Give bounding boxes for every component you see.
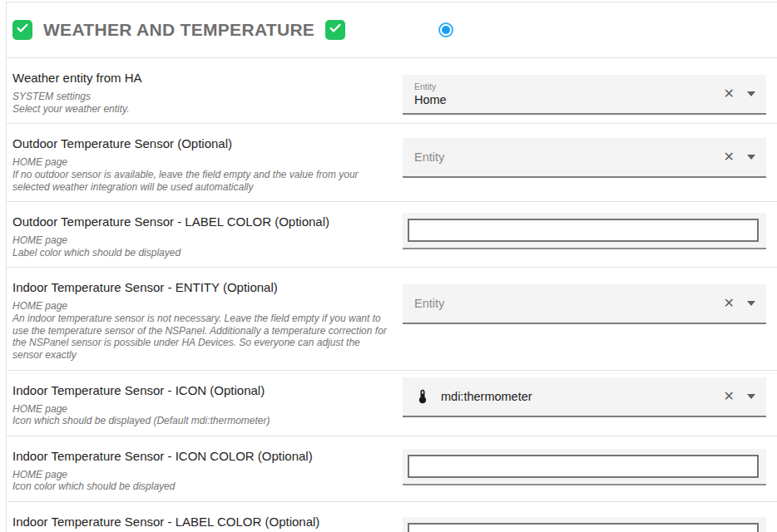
section-title: WEATHER AND TEMPERATURE	[43, 20, 314, 40]
settings-row-outdoor-temp-entity: Outdoor Temperature Sensor (Optional) HO…	[7, 124, 777, 202]
select-value: Home	[414, 93, 724, 106]
setting-context: HOME page	[12, 403, 391, 416]
weather-entity-select[interactable]: Entity Home ✕	[403, 75, 766, 115]
setting-title: Outdoor Temperature Sensor (Optional)	[12, 136, 391, 150]
chevron-down-icon[interactable]	[747, 91, 755, 96]
clear-icon[interactable]: ✕	[724, 297, 735, 310]
setting-context: HOME page	[12, 156, 391, 169]
settings-row-indoor-label-color: Indoor Temperature Sensor - LABEL COLOR …	[7, 502, 777, 532]
setting-text: Indoor Temperature Sensor - ICON COLOR (…	[7, 436, 403, 501]
settings-row-indoor-icon-color: Indoor Temperature Sensor - ICON COLOR (…	[7, 436, 777, 502]
clear-icon[interactable]: ✕	[724, 87, 735, 101]
section-secondary-checkbox[interactable]	[325, 20, 345, 40]
setting-title: Indoor Temperature Sensor - ICON (Option…	[12, 383, 391, 397]
outdoor-label-color-input[interactable]	[408, 219, 759, 242]
check-icon	[329, 22, 342, 38]
chevron-down-icon[interactable]	[747, 155, 755, 160]
chevron-down-icon[interactable]	[747, 301, 755, 306]
indoor-icon-color-input[interactable]	[408, 455, 759, 478]
radio-selected-dot	[442, 26, 450, 34]
input-container	[403, 213, 766, 249]
setting-title: Indoor Temperature Sensor - ENTITY (Opti…	[12, 280, 391, 294]
input-container	[403, 449, 766, 485]
outdoor-temp-entity-select[interactable]: Entity ✕	[403, 138, 766, 178]
setting-text: Weather entity from HA SYSTEM settings S…	[7, 58, 403, 123]
setting-text: Indoor Temperature Sensor - ICON (Option…	[7, 371, 403, 436]
setting-title: Indoor Temperature Sensor - ICON COLOR (…	[12, 449, 391, 463]
setting-text: Indoor Temperature Sensor - ENTITY (Opti…	[7, 268, 403, 369]
settings-panel: WEATHER AND TEMPERATURE Weather entity f…	[6, 2, 777, 532]
indoor-temp-entity-select[interactable]: Entity ✕	[403, 284, 766, 324]
select-placeholder: Entity	[414, 150, 724, 164]
setting-text: Outdoor Temperature Sensor - LABEL COLOR…	[7, 202, 403, 267]
setting-title: Indoor Temperature Sensor - LABEL COLOR …	[12, 515, 391, 529]
settings-row-indoor-icon: Indoor Temperature Sensor - ICON (Option…	[7, 371, 777, 436]
chevron-down-icon[interactable]	[747, 394, 755, 399]
setting-context: HOME page	[12, 300, 391, 313]
input-container	[403, 517, 766, 532]
setting-context: HOME page	[12, 469, 391, 481]
section-header: WEATHER AND TEMPERATURE	[7, 2, 777, 58]
setting-title: Weather entity from HA	[12, 71, 391, 85]
select-placeholder: Entity	[414, 297, 724, 310]
setting-text: Indoor Temperature Sensor - LABEL COLOR …	[7, 502, 403, 532]
setting-description: Select your weather entity.	[12, 103, 391, 116]
clear-icon[interactable]: ✕	[724, 150, 735, 164]
setting-title: Outdoor Temperature Sensor - LABEL COLOR…	[12, 214, 391, 229]
settings-row-outdoor-label-color: Outdoor Temperature Sensor - LABEL COLOR…	[7, 202, 777, 268]
setting-description: If no outdoor sensor is available, leave…	[12, 169, 391, 193]
select-label: Entity	[414, 81, 724, 91]
setting-description: Icon color which should be displayed	[12, 480, 391, 493]
indoor-temp-icon-select[interactable]: mdi:thermometer ✕	[403, 377, 766, 417]
setting-description: An indoor temperature sensor is not nece…	[12, 313, 391, 362]
section-enable-checkbox[interactable]	[12, 20, 32, 40]
clear-icon[interactable]: ✕	[724, 390, 735, 403]
setting-context: SYSTEM settings	[12, 91, 391, 103]
setting-text: Outdoor Temperature Sensor (Optional) HO…	[7, 124, 403, 201]
check-icon	[16, 22, 29, 38]
setting-description: Label color which should be displayed	[12, 247, 391, 259]
indoor-label-color-input[interactable]	[408, 523, 759, 532]
setting-context: HOME page	[12, 234, 391, 247]
select-value: mdi:thermometer	[441, 390, 532, 403]
settings-row-indoor-temp-entity: Indoor Temperature Sensor - ENTITY (Opti…	[7, 268, 777, 370]
settings-row-weather-entity: Weather entity from HA SYSTEM settings S…	[7, 58, 777, 124]
thermometer-icon	[414, 388, 431, 405]
setting-description: Icon which should be displayed (Default …	[12, 415, 391, 427]
section-radio-button[interactable]	[438, 22, 453, 37]
